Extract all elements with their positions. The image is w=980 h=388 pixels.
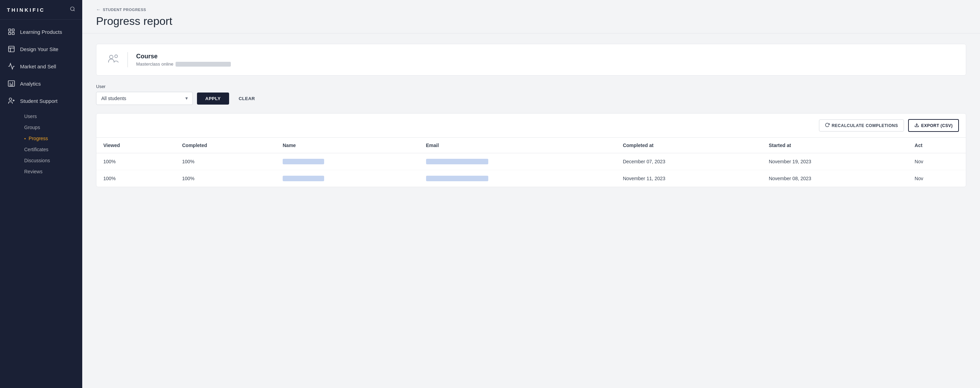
clear-button[interactable]: CLEAR	[233, 92, 261, 105]
course-url-blurred	[175, 62, 231, 67]
row2-completed: 100%	[175, 170, 276, 187]
course-subtitle: Masterclass online	[136, 62, 231, 67]
course-details: Course Masterclass online	[136, 53, 231, 67]
sidebar-item-label: Market and Sell	[20, 63, 56, 70]
sidebar-navigation: Learning Products Design Your Site Marke…	[0, 20, 82, 182]
sidebar-item-design-your-site[interactable]: Design Your Site	[0, 40, 82, 58]
sidebar-item-users[interactable]: Users	[20, 111, 82, 122]
row2-action: Nov	[908, 170, 966, 187]
svg-point-15	[115, 55, 118, 58]
col-completed: Completed	[175, 138, 276, 153]
sidebar-item-analytics[interactable]: Analytics	[0, 75, 82, 92]
col-name: Name	[276, 138, 419, 153]
export-icon	[914, 122, 919, 128]
sidebar: THINKIFIC Learning Products	[0, 0, 82, 388]
name-blurred	[283, 159, 324, 164]
svg-rect-4	[9, 32, 11, 35]
search-icon[interactable]	[70, 6, 75, 13]
row1-action: Nov	[908, 153, 966, 170]
course-info-card: Course Masterclass online	[96, 44, 966, 76]
row1-viewed: 100%	[96, 153, 175, 170]
svg-rect-6	[9, 46, 14, 52]
course-type-label: Course	[136, 53, 231, 60]
course-name: Masterclass online	[136, 62, 173, 67]
sidebar-item-label: Analytics	[20, 81, 41, 87]
export-button[interactable]: EXPORT (CSV)	[908, 119, 959, 132]
student-support-subnav: Users Groups Progress Certificates Discu…	[0, 109, 82, 179]
filter-row: All students ▼ APPLY CLEAR	[96, 92, 966, 105]
recalculate-icon	[825, 122, 830, 128]
sidebar-item-student-support[interactable]: Student Support	[0, 92, 82, 109]
design-icon	[8, 45, 15, 53]
row2-name	[276, 170, 419, 187]
course-divider	[127, 52, 128, 67]
sidebar-item-progress[interactable]: Progress	[20, 133, 82, 144]
email-blurred	[426, 159, 488, 164]
sidebar-item-market-and-sell[interactable]: Market and Sell	[0, 58, 82, 75]
apply-button[interactable]: APPLY	[197, 92, 229, 105]
progress-table: Viewed Completed Name Email Completed at…	[96, 138, 966, 187]
table-actions: RECALCULATE COMPLETIONS EXPORT (CSV)	[96, 114, 966, 138]
table-card: RECALCULATE COMPLETIONS EXPORT (CSV)	[96, 113, 966, 187]
svg-rect-5	[12, 32, 14, 35]
analytics-icon	[8, 80, 15, 87]
svg-rect-3	[12, 29, 14, 31]
sidebar-item-certificates[interactable]: Certificates	[20, 144, 82, 155]
recalculate-label: RECALCULATE COMPLETIONS	[832, 123, 898, 128]
row1-completed: 100%	[175, 153, 276, 170]
row2-started-at: November 08, 2023	[762, 170, 908, 187]
row2-completed-at: November 11, 2023	[616, 170, 762, 187]
sidebar-item-learning-products[interactable]: Learning Products	[0, 23, 82, 40]
sidebar-logo: THINKIFIC	[0, 0, 82, 20]
sidebar-item-label: Student Support	[20, 98, 57, 104]
svg-point-13	[10, 98, 12, 100]
sidebar-item-reviews[interactable]: Reviews	[20, 166, 82, 177]
table-header-row: Viewed Completed Name Email Completed at…	[96, 138, 966, 153]
breadcrumb-label: STUDENT PROGRESS	[103, 8, 146, 12]
row1-email	[419, 153, 616, 170]
row2-viewed: 100%	[96, 170, 175, 187]
content-area: Course Masterclass online User All stude…	[82, 33, 980, 388]
col-email: Email	[419, 138, 616, 153]
col-started-at: Started at	[762, 138, 908, 153]
page-header: ← STUDENT PROGRESS Progress report	[82, 0, 980, 33]
svg-point-0	[70, 7, 74, 11]
sidebar-item-label: Design Your Site	[20, 46, 59, 52]
table-row: 100% 100% November 11, 2023 November 08,…	[96, 170, 966, 187]
course-icon	[105, 51, 122, 68]
sidebar-item-label: Learning Products	[20, 29, 62, 35]
sidebar-item-discussions[interactable]: Discussions	[20, 155, 82, 166]
export-label: EXPORT (CSV)	[921, 123, 953, 128]
col-completed-at: Completed at	[616, 138, 762, 153]
filter-label: User	[96, 84, 966, 89]
col-viewed: Viewed	[96, 138, 175, 153]
row1-started-at: November 19, 2023	[762, 153, 908, 170]
row2-email	[419, 170, 616, 187]
main-content: ← STUDENT PROGRESS Progress report Cours…	[82, 0, 980, 388]
recalculate-button[interactable]: RECALCULATE COMPLETIONS	[819, 119, 904, 131]
svg-rect-2	[9, 29, 11, 31]
col-action: Act	[908, 138, 966, 153]
page-title: Progress report	[96, 15, 966, 28]
sidebar-item-groups[interactable]: Groups	[20, 122, 82, 133]
breadcrumb: ← STUDENT PROGRESS	[96, 7, 966, 12]
back-arrow-icon[interactable]: ←	[96, 7, 101, 12]
table-row: 100% 100% December 07, 2023 November 19,…	[96, 153, 966, 170]
user-select[interactable]: All students	[96, 92, 193, 105]
support-icon	[8, 97, 15, 105]
market-icon	[8, 62, 15, 70]
svg-point-14	[110, 55, 113, 59]
user-select-wrapper: All students ▼	[96, 92, 193, 105]
app-logo: THINKIFIC	[7, 7, 45, 13]
row1-completed-at: December 07, 2023	[616, 153, 762, 170]
svg-line-1	[73, 10, 75, 11]
learning-products-icon	[8, 28, 15, 36]
row1-name	[276, 153, 419, 170]
email-blurred	[426, 176, 488, 181]
filter-section: User All students ▼ APPLY CLEAR	[96, 84, 966, 105]
name-blurred	[283, 176, 324, 181]
